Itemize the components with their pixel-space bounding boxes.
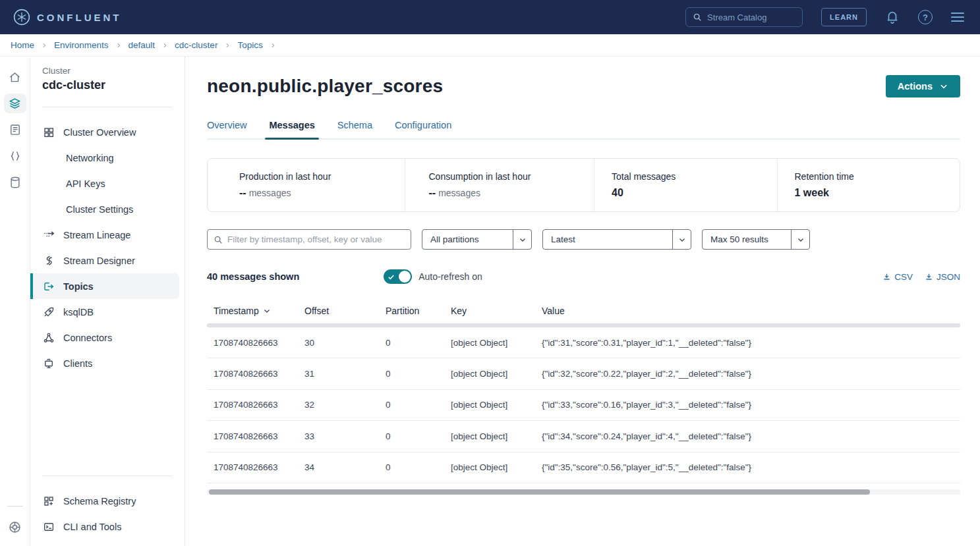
cell-key: [object Object] — [451, 431, 542, 441]
table-row[interactable]: 1708740826663 34 0 [object Object] {"id"… — [207, 452, 960, 483]
messages-table: Timestamp Offset Partition Key Value 170… — [207, 298, 960, 495]
sidebar-item-cli-and-tools[interactable]: CLI and Tools — [30, 514, 185, 539]
message-filter-search[interactable] — [207, 229, 411, 250]
column-header-partition[interactable]: Partition — [386, 306, 451, 316]
sidebar-item-connectors[interactable]: Connectors — [30, 325, 185, 350]
sidebar-item-label: Networking — [66, 153, 114, 163]
cluster-label: Cluster — [30, 66, 185, 76]
cell-value: {"id":33,"score":0.16,"player_id":3,"__d… — [542, 400, 954, 410]
sidebar-item-topics[interactable]: Topics — [30, 273, 179, 299]
offset-select[interactable]: Latest — [542, 229, 691, 250]
table-row[interactable]: 1708740826663 32 0 [object Object] {"id"… — [207, 390, 960, 421]
cell-offset: 33 — [304, 431, 386, 441]
sidebar-divider — [42, 476, 173, 476]
sidebar-item-networking[interactable]: Networking — [30, 145, 185, 171]
cell-timestamp: 1708740826663 — [214, 369, 304, 379]
support-icon[interactable] — [4, 517, 26, 537]
cell-partition: 0 — [386, 338, 451, 348]
sidebar-item-cluster-overview[interactable]: Cluster Overview — [30, 119, 185, 145]
chevron-down-icon — [791, 230, 809, 249]
download-icon — [925, 273, 933, 281]
help-icon[interactable] — [918, 10, 933, 24]
horizontal-scrollbar[interactable] — [207, 489, 960, 495]
cell-partition: 0 — [386, 431, 451, 441]
stream-catalog-input[interactable] — [707, 13, 786, 22]
csv-label: CSV — [894, 272, 913, 282]
auto-refresh-toggle[interactable] — [384, 269, 412, 284]
database-icon[interactable] — [4, 173, 26, 192]
table-row[interactable]: 1708740826663 33 0 [object Object] {"id"… — [207, 421, 960, 452]
chevron-right-icon — [115, 42, 122, 49]
sidebar-item-label: Schema Registry — [63, 496, 136, 506]
sidebar-item-cluster-settings[interactable]: Cluster Settings — [30, 196, 185, 222]
cell-timestamp: 1708740826663 — [214, 338, 304, 348]
column-header-timestamp[interactable]: Timestamp — [214, 306, 304, 316]
stat-retention-time: Retention time 1 week — [777, 159, 960, 211]
menu-hamburger-icon[interactable] — [951, 13, 964, 22]
breadcrumb-environments[interactable]: Environments — [54, 40, 109, 50]
limit-select[interactable]: Max 50 results — [702, 229, 810, 250]
topics-icon — [42, 281, 55, 292]
sidebar-item-clients[interactable]: Clients — [30, 350, 185, 376]
messages-shown-count: 40 messages shown — [207, 271, 299, 282]
navbar-right: LEARN — [685, 7, 964, 27]
sidebar-item-label: Cluster Overview — [63, 127, 136, 138]
download-json-link[interactable]: JSON — [925, 272, 960, 282]
scrollbar-thumb[interactable] — [209, 489, 870, 495]
tab-messages[interactable]: Messages — [269, 120, 314, 138]
documents-icon[interactable] — [4, 120, 26, 140]
confluent-brand-icon — [13, 9, 30, 26]
column-header-key[interactable]: Key — [451, 306, 542, 316]
chevron-right-icon — [41, 42, 47, 49]
breadcrumb-home[interactable]: Home — [11, 40, 34, 50]
partition-select[interactable]: All partitions — [422, 229, 532, 250]
flink-icon[interactable] — [4, 146, 26, 166]
sidebar-item-api-keys[interactable]: API Keys — [30, 171, 185, 196]
breadcrumb-cdc-cluster[interactable]: cdc-cluster — [175, 40, 217, 50]
sidebar-item-stream-lineage[interactable]: Stream Lineage — [30, 222, 185, 248]
sidebar-menu: Cluster Overview Networking API Keys Clu… — [30, 119, 185, 376]
messages-toolbar: 40 messages shown Auto-refresh on CSV — [207, 269, 960, 284]
breadcrumb-default[interactable]: default — [129, 40, 156, 50]
table-row[interactable]: 1708740826663 30 0 [object Object] {"id"… — [207, 327, 960, 358]
learn-button[interactable]: LEARN — [821, 8, 867, 26]
environments-icon[interactable] — [4, 94, 26, 113]
sidebar-item-label: Connectors — [63, 333, 112, 343]
chevron-right-icon — [224, 42, 231, 49]
tab-configuration[interactable]: Configuration — [395, 120, 451, 138]
main-content: neon.public.player_scores Actions Overvi… — [185, 57, 980, 546]
notifications-bell-icon[interactable] — [885, 10, 900, 24]
table-row[interactable]: 1708740826663 31 0 [object Object] {"id"… — [207, 358, 960, 389]
stat-value: --messages — [239, 187, 405, 199]
connectors-icon — [42, 332, 55, 344]
sidebar-item-stream-designer[interactable]: Stream Designer — [30, 248, 185, 273]
home-icon[interactable] — [4, 67, 26, 87]
breadcrumb-topics[interactable]: Topics — [237, 40, 262, 50]
sidebar-item-label: Cluster Settings — [66, 204, 133, 215]
cell-partition: 0 — [386, 400, 451, 410]
tab-schema[interactable]: Schema — [337, 120, 372, 138]
stream-catalog-search[interactable] — [685, 7, 803, 27]
tab-overview[interactable]: Overview — [207, 120, 246, 138]
column-header-value[interactable]: Value — [542, 306, 954, 316]
download-csv-link[interactable]: CSV — [882, 272, 913, 282]
cell-offset: 31 — [304, 369, 386, 379]
stat-total-messages: Total messages 40 — [594, 159, 777, 211]
sidebar-item-label: Stream Designer — [63, 256, 135, 266]
cluster-name: cdc-cluster — [30, 76, 185, 92]
toggle-knob — [399, 271, 411, 283]
cell-value: {"id":35,"score":0.56,"player_id":5,"__d… — [542, 462, 954, 472]
sidebar-item-schema-registry[interactable]: Schema Registry — [30, 488, 185, 514]
message-filter-input[interactable] — [227, 234, 392, 244]
stat-production: Production in last hour --messages — [208, 159, 405, 211]
column-header-offset[interactable]: Offset — [304, 306, 386, 316]
cell-offset: 30 — [304, 338, 386, 348]
clients-icon — [42, 358, 55, 369]
sidebar-item-label: CLI and Tools — [63, 522, 121, 532]
confluent-logo[interactable]: CONFLUENT — [13, 9, 122, 26]
actions-button[interactable]: Actions — [886, 75, 960, 97]
sidebar-item-label: API Keys — [66, 178, 105, 189]
stat-label: Production in last hour — [239, 171, 405, 182]
cell-value: {"id":31,"score":0.31,"player_id":1,"__d… — [542, 338, 954, 348]
sidebar-item-ksqldb[interactable]: ksqlDB — [30, 299, 185, 325]
